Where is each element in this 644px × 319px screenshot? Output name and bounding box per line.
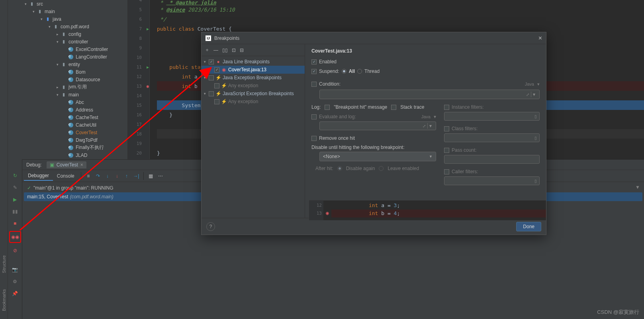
- checkbox[interactable]: [311, 114, 317, 119]
- tree-lang[interactable]: CLangController: [8, 53, 127, 61]
- radio-leave[interactable]: [379, 166, 384, 171]
- gutter-line[interactable]: 17: [128, 119, 150, 129]
- tree-ct[interactable]: CCacheTest: [8, 114, 127, 121]
- tree-addr[interactable]: CAddress: [8, 106, 127, 114]
- rerun-button[interactable]: ↻: [11, 171, 20, 180]
- checkbox[interactable]: [311, 82, 317, 87]
- structure-tab[interactable]: Structure: [2, 255, 6, 273]
- resume-button[interactable]: ▶: [11, 195, 20, 204]
- checkbox[interactable]: [214, 83, 219, 88]
- tree-dwg[interactable]: CDwgToPdf: [8, 136, 127, 144]
- radio-all[interactable]: [342, 69, 346, 74]
- tree-src[interactable]: ▾▮src: [8, 0, 127, 8]
- done-button[interactable]: Done: [516, 222, 541, 231]
- gutter-line[interactable]: 14: [128, 91, 150, 100]
- settings-icon[interactable]: ⚙: [11, 277, 20, 286]
- step-icon[interactable]: ≡: [84, 172, 93, 180]
- checkbox[interactable]: [214, 67, 219, 72]
- gutter-line[interactable]: 9: [128, 43, 150, 53]
- modify-button[interactable]: ✎: [11, 183, 20, 192]
- checkbox[interactable]: [391, 105, 396, 110]
- bookmarks-tab[interactable]: Bookmarks: [2, 289, 6, 311]
- tree-mainpkg[interactable]: ▾▮main: [8, 91, 127, 98]
- collapse-icon[interactable]: ⊟: [240, 47, 244, 53]
- gutter-line[interactable]: 13◉: [128, 81, 150, 91]
- instance-filter-input[interactable]: ▯: [444, 112, 540, 121]
- tree-fin[interactable]: CFinally不执行: [8, 144, 127, 151]
- bp-item[interactable]: ⚡Any exception: [202, 98, 305, 106]
- tree-config[interactable]: ▸▮config: [8, 30, 127, 38]
- tree-java[interactable]: ▾▮java: [8, 15, 127, 23]
- breakpoint-icon[interactable]: ◉: [146, 84, 149, 89]
- checkbox[interactable]: [209, 75, 214, 80]
- gutter-line[interactable]: 4: [128, 0, 150, 5]
- tree-controller[interactable]: ▾▮controller: [8, 38, 127, 45]
- console-tab[interactable]: Console: [53, 172, 78, 180]
- bp-group-java-ex[interactable]: ▾⚡Java Exception Breakpoints: [202, 74, 305, 82]
- folder-icon[interactable]: ▯: [534, 179, 537, 183]
- add-breakpoint-icon[interactable]: ＋: [205, 47, 209, 53]
- checkbox[interactable]: [444, 169, 449, 174]
- folder-icon[interactable]: ▯: [534, 136, 537, 140]
- pass-count-input[interactable]: [444, 155, 540, 164]
- caller-filter-input[interactable]: ▯: [444, 176, 540, 185]
- chevron-down-icon[interactable]: ▾: [427, 123, 433, 129]
- tree-main[interactable]: ▾▮main: [8, 8, 127, 15]
- step-out-icon[interactable]: ↑: [122, 172, 131, 180]
- gutter-line[interactable]: 15: [128, 100, 150, 110]
- checkbox[interactable]: [325, 105, 330, 110]
- pause-button[interactable]: ▮▮: [11, 207, 20, 216]
- bp-group-js-ex[interactable]: ▾⚡JavaScript Exception Breakpoints: [202, 90, 305, 98]
- checkbox[interactable]: [311, 69, 317, 74]
- gutter-line[interactable]: 6: [128, 14, 150, 24]
- condition-input[interactable]: ⤢▾: [319, 90, 540, 99]
- remove-breakpoint-icon[interactable]: —: [213, 47, 218, 53]
- help-button[interactable]: ?: [206, 222, 215, 231]
- gutter-line[interactable]: 16: [128, 110, 150, 119]
- expand-icon[interactable]: ⤢: [423, 124, 426, 128]
- gutter-line[interactable]: 7▶: [128, 24, 150, 33]
- tree-cu[interactable]: CCacheUtil: [8, 121, 127, 129]
- run-to-cursor-icon[interactable]: →|: [132, 172, 141, 180]
- eval-input[interactable]: ⤢▾: [319, 121, 436, 130]
- gutter-line[interactable]: 11▶: [128, 62, 150, 72]
- chevron-down-icon[interactable]: ▾: [531, 92, 537, 97]
- expand-icon[interactable]: ⊡: [232, 47, 236, 53]
- checkbox[interactable]: [209, 59, 214, 65]
- group-icon[interactable]: ▯▯: [222, 47, 228, 53]
- view-breakpoints-button[interactable]: ◉◉: [9, 231, 21, 243]
- gutter-line[interactable]: 18: [128, 129, 150, 139]
- tree-excel[interactable]: CExcelController: [8, 45, 127, 53]
- expand-icon[interactable]: ⤢: [526, 92, 529, 97]
- tree-jvm[interactable]: ▸▮jvm.引用: [8, 83, 127, 91]
- folder-icon[interactable]: ▯: [534, 114, 537, 119]
- disable-until-select[interactable]: <None>▼: [319, 152, 436, 161]
- bp-item[interactable]: ◉CoverTest.java:13: [202, 66, 305, 74]
- checkbox[interactable]: [311, 59, 317, 65]
- enabled-row[interactable]: Enabled: [311, 57, 540, 67]
- gutter-line[interactable]: 10: [128, 53, 150, 62]
- tree-jlad[interactable]: CJLAD: [8, 151, 127, 159]
- checkbox[interactable]: [214, 99, 219, 104]
- debugger-tab[interactable]: Debugger: [24, 171, 53, 181]
- dialog-titlebar[interactable]: IJ Breakpoints ×: [202, 32, 546, 44]
- mute-breakpoints-button[interactable]: ⊘: [11, 246, 20, 255]
- checkbox[interactable]: [444, 105, 449, 110]
- chevron-down-icon[interactable]: ▾: [434, 114, 436, 119]
- tree-ds[interactable]: CDatasource: [8, 76, 127, 83]
- camera-icon[interactable]: 📷: [11, 265, 20, 274]
- stop-button[interactable]: ■: [11, 219, 20, 228]
- bp-group-java-line[interactable]: ▾●Java Line Breakpoints: [202, 58, 305, 66]
- radio-thread[interactable]: [357, 69, 362, 74]
- tree-abc[interactable]: CAbc: [8, 98, 127, 106]
- tree-cover[interactable]: CCoverTest: [8, 129, 127, 136]
- checkbox[interactable]: [444, 126, 449, 131]
- pin-icon[interactable]: 📌: [11, 289, 20, 298]
- tree-entity[interactable]: ▾▮entity: [8, 61, 127, 68]
- step-over-icon[interactable]: ↷: [94, 172, 102, 180]
- debug-run-tab[interactable]: ▣ CoverTest ×: [47, 161, 86, 168]
- gutter-line[interactable]: 19: [128, 139, 150, 148]
- chevron-down-icon[interactable]: ▾: [537, 82, 540, 87]
- gutter-line[interactable]: 12: [128, 72, 150, 81]
- gutter-line[interactable]: 8: [128, 33, 150, 43]
